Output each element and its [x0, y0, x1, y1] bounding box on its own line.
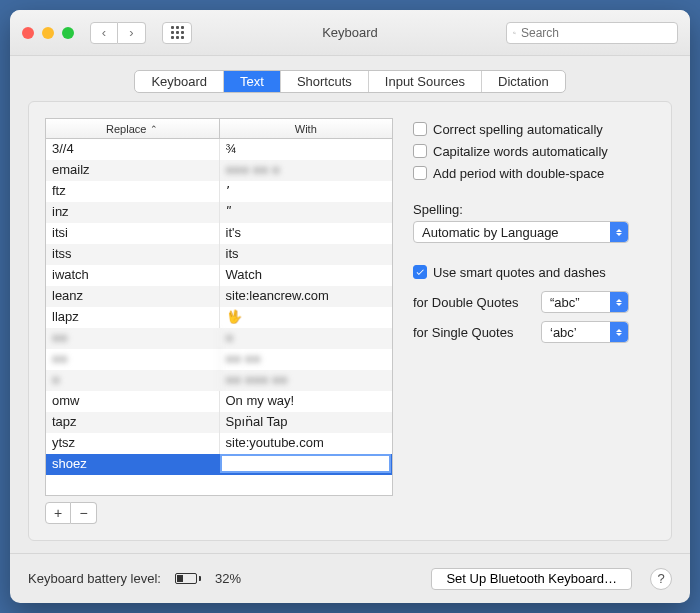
replace-cell[interactable]: ●● [46, 328, 220, 349]
replace-cell[interactable]: iwatch [46, 265, 220, 286]
with-cell[interactable]: ¾ [220, 139, 393, 160]
tab-input-sources[interactable]: Input Sources [369, 71, 482, 92]
table-row[interactable]: 3//4¾ [46, 139, 392, 160]
stepper-icon [610, 222, 628, 242]
table-row[interactable]: ftzʼ [46, 181, 392, 202]
replace-cell[interactable]: emailz [46, 160, 220, 181]
replace-cell[interactable]: ● [46, 370, 220, 391]
replace-cell[interactable]: tapz [46, 412, 220, 433]
substitutions-area: Replace⌃ With 3//4¾emailz●●● ●● ●ftzʼinz… [45, 118, 393, 524]
help-button[interactable]: ? [650, 568, 672, 590]
with-cell[interactable]: 🖖 [220, 307, 393, 328]
forward-button[interactable]: › [118, 22, 146, 44]
stepper-icon [610, 292, 628, 312]
checkbox-icon[interactable] [413, 122, 427, 136]
smart-quotes-label: Use smart quotes and dashes [433, 265, 606, 280]
col-with[interactable]: With [220, 119, 393, 138]
with-cell[interactable]: ●●● ●● ● [220, 160, 393, 181]
tab-keyboard[interactable]: Keyboard [135, 71, 224, 92]
replace-cell[interactable]: leanz [46, 286, 220, 307]
with-cell[interactable]: Spın̈al Tap [220, 412, 393, 433]
titlebar: ‹ › Keyboard [10, 10, 690, 56]
with-cell[interactable]: ● [220, 328, 393, 349]
double-space-row[interactable]: Add period with double-space [413, 162, 655, 184]
with-cell[interactable]: ●● ●●● ●● [220, 370, 393, 391]
minimize-icon[interactable] [42, 27, 54, 39]
table-row[interactable]: ytszsite:youtube.com [46, 433, 392, 454]
replace-cell[interactable]: inz [46, 202, 220, 223]
with-cell-editing[interactable] [220, 454, 392, 473]
double-space-label: Add period with double-space [433, 166, 604, 181]
table-row[interactable]: tapzSpın̈al Tap [46, 412, 392, 433]
capitalize-row[interactable]: Capitalize words automatically [413, 140, 655, 162]
double-quotes-row: for Double Quotes “abc” [413, 291, 655, 313]
zoom-icon[interactable] [62, 27, 74, 39]
with-cell[interactable]: On my way! [220, 391, 393, 412]
remove-button[interactable]: − [71, 502, 97, 524]
table-row[interactable]: leanzsite:leancrew.com [46, 286, 392, 307]
replace-cell[interactable]: ytsz [46, 433, 220, 454]
stepper-icon [610, 322, 628, 342]
checkbox-icon[interactable] [413, 166, 427, 180]
replace-cell[interactable]: shoez [46, 454, 219, 475]
table-row[interactable]: omwOn my way! [46, 391, 392, 412]
replace-cell[interactable]: ●● [46, 349, 220, 370]
col-replace[interactable]: Replace⌃ [46, 119, 220, 138]
replace-cell[interactable]: llapz [46, 307, 220, 328]
bluetooth-setup-button[interactable]: Set Up Bluetooth Keyboard… [431, 568, 632, 590]
close-icon[interactable] [22, 27, 34, 39]
table-row[interactable]: ●●●● ●● [46, 349, 392, 370]
with-cell[interactable]: Watch [220, 265, 393, 286]
single-quotes-value: ‘abc’ [550, 325, 577, 340]
back-button[interactable]: ‹ [90, 22, 118, 44]
with-cell[interactable]: ʼ [220, 181, 393, 202]
double-quotes-label: for Double Quotes [413, 295, 531, 310]
spelling-select[interactable]: Automatic by Language [413, 221, 629, 243]
single-quotes-label: for Single Quotes [413, 325, 531, 340]
add-remove: + − [45, 502, 393, 524]
table-body[interactable]: 3//4¾emailz●●● ●● ●ftzʼinzʺitsiit'sitssi… [46, 139, 392, 495]
tab-dictation[interactable]: Dictation [482, 71, 565, 92]
table-row[interactable]: inzʺ [46, 202, 392, 223]
show-all-button[interactable] [162, 22, 192, 44]
spelling-value: Automatic by Language [422, 225, 559, 240]
substitutions-table[interactable]: Replace⌃ With 3//4¾emailz●●● ●● ●ftzʼinz… [45, 118, 393, 496]
with-cell[interactable]: its [220, 244, 393, 265]
window-controls [22, 27, 74, 39]
double-quotes-select[interactable]: “abc” [541, 291, 629, 313]
correct-spelling-row[interactable]: Correct spelling automatically [413, 118, 655, 140]
battery-label: Keyboard battery level: [28, 571, 161, 586]
double-quotes-value: “abc” [550, 295, 580, 310]
search-field[interactable] [506, 22, 678, 44]
table-row[interactable]: shoez [46, 454, 392, 475]
tab-text[interactable]: Text [224, 71, 281, 92]
table-row[interactable]: llapz🖖 [46, 307, 392, 328]
spelling-label: Spelling: [413, 202, 655, 217]
replace-cell[interactable]: itss [46, 244, 220, 265]
with-cell[interactable]: site:youtube.com [220, 433, 393, 454]
footer: Keyboard battery level: 32% Set Up Bluet… [10, 553, 690, 603]
with-cell[interactable]: it's [220, 223, 393, 244]
single-quotes-select[interactable]: ‘abc’ [541, 321, 629, 343]
replace-cell[interactable]: itsi [46, 223, 220, 244]
tab-shortcuts[interactable]: Shortcuts [281, 71, 369, 92]
replace-cell[interactable]: 3//4 [46, 139, 220, 160]
replace-cell[interactable]: omw [46, 391, 220, 412]
table-row[interactable]: itssits [46, 244, 392, 265]
add-button[interactable]: + [45, 502, 71, 524]
search-input[interactable] [521, 26, 671, 40]
checkbox-icon[interactable] [413, 144, 427, 158]
with-cell[interactable]: ●● ●● [220, 349, 393, 370]
table-row[interactable]: iwatchWatch [46, 265, 392, 286]
with-cell[interactable]: ʺ [220, 202, 393, 223]
smart-quotes-row[interactable]: Use smart quotes and dashes [413, 261, 655, 283]
replace-cell[interactable]: ftz [46, 181, 220, 202]
checkbox-icon[interactable] [413, 265, 427, 279]
nav-buttons: ‹ › [90, 22, 146, 44]
table-row[interactable]: itsiit's [46, 223, 392, 244]
table-row[interactable]: ●●● ●●● ●● [46, 370, 392, 391]
with-cell[interactable]: site:leancrew.com [220, 286, 393, 307]
table-row[interactable]: emailz●●● ●● ● [46, 160, 392, 181]
table-row[interactable]: ●●● [46, 328, 392, 349]
options-area: Correct spelling automatically Capitaliz… [413, 118, 655, 524]
